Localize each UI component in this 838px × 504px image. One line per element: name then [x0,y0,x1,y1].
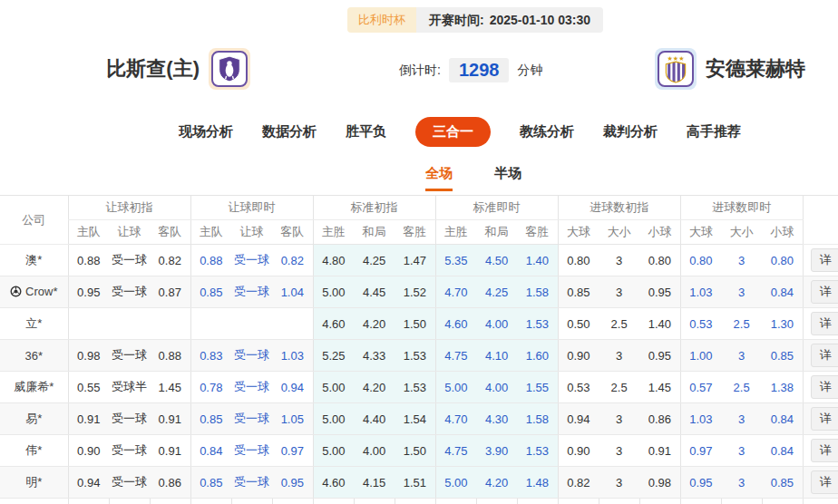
odds-cell [68,308,109,340]
odds-cell: 0.85 [558,276,599,308]
group-header-3: 标准初指 [313,196,435,220]
company-cell[interactable]: Crow* [0,276,68,308]
table-row: 易*0.91受一球0.910.85受一球1.055.004.401.544.70… [0,403,838,435]
odds-cell: 0.80 [680,245,721,276]
nav-tab-7[interactable]: 高手推荐 [687,123,741,141]
table-row: 威廉希*0.55受球半1.450.78受一球0.945.004.201.535.… [0,372,838,403]
sub-header: 主队 [190,220,231,245]
empty-cell [272,499,313,504]
odds-cell [150,308,190,340]
group-header-1: 让球初指 [68,196,190,220]
odds-cell: 0.53 [680,308,721,340]
group-header-5: 进球数初指 [558,196,680,220]
nav-tab-4[interactable]: 三合一 [415,117,491,147]
empty-cell [150,499,190,504]
detail-button[interactable]: 详 [811,439,838,462]
odds-cell: 4.25 [354,245,395,276]
company-cell[interactable]: 易* [0,403,68,435]
odds-cell: 0.85 [762,467,803,499]
odds-cell: 1.40 [517,245,558,276]
empty-cell [721,499,762,504]
odds-cell: 0.98 [68,340,109,372]
detail-button[interactable]: 详 [811,375,838,399]
odds-cell: 0.95 [68,276,109,308]
empty-cell [395,499,435,504]
odds-cell: 1.50 [395,435,435,467]
empty-cell [803,499,838,504]
sub-header: 让球 [109,220,150,245]
odds-cell: 0.84 [762,403,803,435]
countdown-unit: 分钟 [517,63,542,79]
odds-cell: 1.05 [272,403,313,435]
nav-tab-1[interactable]: 现场分析 [179,123,233,141]
odds-cell: 1.38 [762,372,803,403]
countdown-value: 1298 [449,58,510,82]
odds-cell: 0.91 [150,435,190,467]
company-cell[interactable]: 明* [0,467,68,499]
detail-button[interactable]: 详 [811,344,838,367]
odds-cell: 3 [599,467,639,499]
nav-tab-3[interactable]: 胜平负 [346,123,386,141]
odds-cell: 受一球 [109,245,150,276]
odds-cell: 0.91 [150,403,190,435]
home-team-block: 比斯查(主) [0,48,250,90]
odds-cell: 0.85 [762,340,803,372]
odds-cell: 1.60 [517,340,558,372]
sub-header: 大球 [680,220,721,245]
sub-header: 主胜 [435,220,476,245]
odds-cell: 0.55 [68,372,109,403]
odds-cell: 3 [721,340,762,372]
company-cell[interactable]: 36* [0,340,68,372]
detail-button[interactable]: 详 [811,248,838,272]
company-cell[interactable]: 伟* [0,435,68,467]
odds-cell: 4.20 [354,308,395,340]
odds-cell: 0.84 [190,435,231,467]
nav-tab-2[interactable]: 数据分析 [262,123,317,141]
odds-cell: 受一球 [231,276,272,308]
odds-cell: 1.53 [517,435,558,467]
table-row: 立*4.604.201.504.604.001.530.502.51.400.5… [0,308,838,340]
company-cell[interactable]: 立* [0,308,68,340]
odds-cell: 0.85 [190,276,231,308]
odds-cell: 1.00 [680,340,721,372]
subtab-2[interactable]: 半场 [494,165,521,189]
odds-cell: 0.88 [190,245,231,276]
odds-cell: 4.15 [354,467,395,499]
odds-cell [190,308,231,340]
odds-cell: 1.58 [517,403,558,435]
odds-cell: 1.45 [639,372,680,403]
sub-header: 客胜 [395,220,435,245]
empty-cell [354,499,395,504]
odds-cell: 4.00 [354,435,395,467]
odds-cell: 4.25 [476,276,517,308]
odds-cell: 0.90 [68,435,109,467]
empty-cell [313,499,354,504]
detail-button[interactable]: 详 [811,312,838,335]
svg-text:★★★: ★★★ [667,55,685,62]
table-row: 澳*0.88受一球0.820.88受一球0.824.804.251.475.35… [0,245,838,276]
nav-tabs: 现场分析数据分析胜平负三合一教练分析裁判分析高手推荐 [0,109,838,154]
nav-tab-5[interactable]: 教练分析 [520,123,574,141]
empty-cell [190,499,231,504]
odds-cell: 1.53 [395,372,435,403]
table-row: Crow*0.95受一球0.870.85受一球1.045.004.451.524… [0,276,838,308]
detail-button[interactable]: 详 [811,470,838,494]
detail-button[interactable]: 详 [811,407,838,431]
table-row: 伟*0.90受一球0.910.84受一球0.975.004.001.504.75… [0,435,838,467]
detail-button[interactable]: 详 [811,280,838,304]
sub-header: 大小 [721,220,762,245]
odds-cell: 0.97 [680,435,721,467]
odds-cell: 4.75 [435,340,476,372]
company-cell[interactable]: 威廉希* [0,372,68,403]
nav-tab-6[interactable]: 裁判分析 [603,123,658,141]
odds-cell: 4.60 [313,308,354,340]
match-meta-bar: 比利时杯 开赛时间: 2025-01-10 03:30 [347,7,603,33]
odds-cell: 0.91 [68,403,109,435]
odds-cell: 3 [721,403,762,435]
odds-cell: 1.03 [680,403,721,435]
company-cell[interactable]: 澳* [0,245,68,276]
odds-cell: 受一球 [231,340,272,372]
subtab-1[interactable]: 全场 [425,165,453,191]
odds-cell: 1.50 [395,308,435,340]
odds-cell: 4.60 [313,467,354,499]
